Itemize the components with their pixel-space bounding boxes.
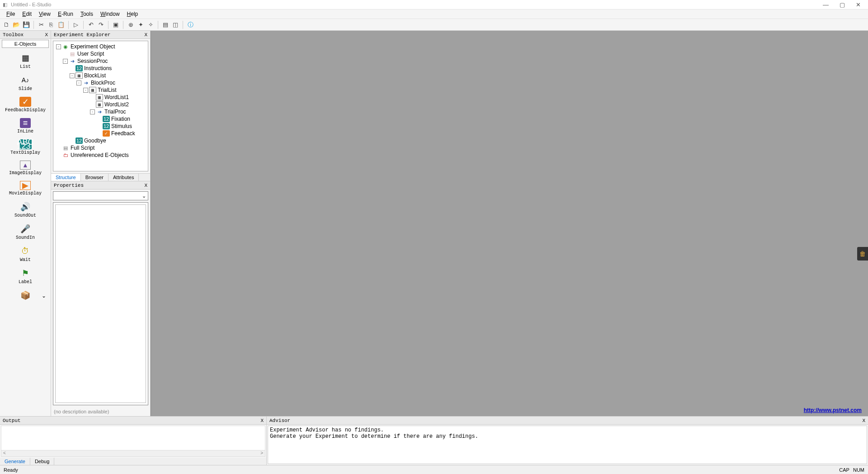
tree-node[interactable]: 12Instructions (54, 65, 147, 72)
paste-icon[interactable]: 📋 (57, 20, 66, 29)
output-body[interactable]: <> (1, 426, 265, 457)
window-title: Untitled - E-Studio (11, 2, 823, 7)
new-icon[interactable]: 🗋 (2, 20, 11, 29)
toolbox-item-moviedisplay[interactable]: ▶MovieDisplay (0, 179, 51, 199)
separator (158, 21, 158, 29)
tree-node[interactable]: ▤User Script (54, 50, 147, 57)
expand-icon[interactable]: - (63, 59, 68, 64)
window-controls: — ▢ ✕ (823, 1, 861, 8)
tree-node-label: TrialProc (104, 109, 126, 115)
menu-view[interactable]: View (35, 10, 54, 18)
properties-selector[interactable]: ⌄ (53, 191, 148, 200)
canvas-area[interactable]: 🗑 http://www.pstnet.com (151, 31, 868, 416)
tree-node[interactable]: ▦WordList2 (54, 101, 147, 108)
menu-edit[interactable]: Edit (19, 10, 35, 18)
toolbox-item-label[interactable]: ⚑Label (0, 266, 51, 288)
separator (183, 21, 183, 29)
toolbox-item-package[interactable]: 📦⌄ (0, 288, 51, 303)
redo-icon[interactable]: ↷ (96, 20, 105, 29)
tree-node-label: Feedback (111, 130, 135, 137)
tab-attributes[interactable]: Attributes (108, 174, 139, 181)
expand-icon[interactable]: - (90, 109, 95, 114)
close-icon[interactable]: X (144, 32, 147, 38)
expand-icon[interactable]: - (56, 44, 61, 49)
tree-node[interactable]: -➔SessionProc (54, 57, 147, 65)
tree-node[interactable]: -◉Experiment Object (54, 43, 147, 50)
explorer-tabs: Structure Browser Attributes (51, 173, 150, 181)
expand-icon[interactable]: - (70, 73, 75, 78)
explorer-title: Experiment Explorer (54, 32, 144, 38)
expand-icon[interactable]: - (76, 81, 81, 85)
pstnet-link[interactable]: http://www.pstnet.com (804, 407, 862, 413)
close-icon[interactable]: X (144, 183, 147, 188)
tree-node[interactable]: 12Fixation (54, 115, 147, 123)
explorer-panel: Experiment Explorer X -◉Experiment Objec… (51, 31, 151, 181)
close-icon[interactable]: X (862, 418, 865, 423)
expand-icon[interactable]: - (83, 88, 88, 93)
run-icon[interactable]: ▷ (71, 20, 80, 29)
chevron-down-icon: ⌄ (142, 193, 146, 199)
menu-help[interactable]: Help (123, 10, 142, 18)
moviedisplay-icon: ▶ (20, 181, 31, 190)
explorer-tree[interactable]: -◉Experiment Object▤User Script-➔Session… (53, 41, 148, 171)
advisor-body[interactable]: Experiment Advisor has no findings. Gene… (268, 426, 867, 464)
generate-icon[interactable]: ▣ (111, 20, 120, 29)
close-icon[interactable]: X (45, 32, 48, 38)
toolbox-item-soundout[interactable]: 🔊SoundOut (0, 199, 51, 222)
toolbox-item-imagedisplay[interactable]: ▲ImageDisplay (0, 159, 51, 179)
separator (108, 21, 108, 29)
tab-debug[interactable]: Debug (30, 458, 54, 465)
tree-node[interactable]: ▤Full Script (54, 144, 147, 152)
cut-icon[interactable]: ✂ (37, 20, 46, 29)
menu-tools[interactable]: Tools (77, 10, 97, 18)
tree-node[interactable]: -▦BlockList (54, 72, 147, 79)
tree-node-label: Fixation (111, 116, 130, 122)
undo-icon[interactable]: ↶ (86, 20, 95, 29)
info-icon[interactable]: ⓘ (186, 20, 195, 29)
wand-icon[interactable]: ✦ (136, 20, 145, 29)
advisor-title: Advisor (269, 418, 862, 423)
output-scrollbar[interactable]: <> (1, 450, 265, 456)
copy-icon[interactable]: ⎘ (47, 20, 56, 29)
tree-node[interactable]: 12Goodbye (54, 137, 147, 144)
maximize-button[interactable]: ▢ (840, 1, 845, 8)
tree-node[interactable]: -▦TrialList (54, 86, 147, 94)
menu-erun[interactable]: E-Run (54, 10, 77, 18)
tree-node[interactable]: ▦WordList1 (54, 94, 147, 101)
layout1-icon[interactable]: ▤ (161, 20, 170, 29)
tree-node[interactable]: -➔TrialProc (54, 108, 147, 115)
open-icon[interactable]: 📂 (12, 20, 21, 29)
toolbar: 🗋 📂 💾 ✂ ⎘ 📋 ▷ ↶ ↷ ▣ ⊕ ✦ ✧ ▤ ◫ ⓘ (0, 19, 868, 31)
toolbox-item-slide[interactable]: A♪Slide (0, 73, 51, 95)
toolbox-item-soundin[interactable]: 🎤SoundIn (0, 222, 51, 244)
tree-node[interactable]: ✓Feedback (54, 130, 147, 137)
properties-grid[interactable] (55, 204, 146, 403)
menu-window[interactable]: Window (97, 10, 123, 18)
tab-structure[interactable]: Structure (51, 174, 81, 181)
toolbox-item-feedbackdisplay[interactable]: ✓FeedbackDisplay (0, 95, 51, 116)
wait-icon: ⏱ (19, 246, 32, 256)
globe-icon[interactable]: ⊕ (126, 20, 135, 29)
toolbox-tab-eobjects[interactable]: E-Objects (2, 40, 49, 48)
close-button[interactable]: ✕ (856, 1, 861, 8)
layout2-icon[interactable]: ◫ (171, 20, 180, 29)
toolbox-item-inline[interactable]: ≡InLine (0, 116, 51, 137)
tab-generate[interactable]: Generate (0, 458, 30, 465)
list-icon: ▦ (19, 52, 32, 63)
wand2-icon[interactable]: ✧ (146, 20, 155, 29)
trash-icon[interactable]: 🗑 (857, 247, 868, 261)
output-title: Output (3, 418, 260, 423)
soundout-icon: 🔊 (19, 201, 32, 212)
close-icon[interactable]: X (260, 418, 264, 423)
save-icon[interactable]: 💾 (22, 20, 31, 29)
menu-file[interactable]: File (3, 10, 19, 18)
toolbox-item-list[interactable]: ▦List (0, 51, 51, 73)
output-panel: Output X <> Generate Debug (0, 417, 267, 465)
toolbox-item-textdisplay[interactable]: ABC123TextDisplay (0, 137, 51, 159)
tab-browser[interactable]: Browser (81, 174, 108, 181)
tree-node[interactable]: 12Stimulus (54, 123, 147, 130)
minimize-button[interactable]: — (823, 1, 829, 8)
tree-node[interactable]: 🗀Unreferenced E-Objects (54, 152, 147, 159)
toolbox-item-wait[interactable]: ⏱Wait (0, 244, 51, 266)
tree-node[interactable]: -➔BlockProc (54, 79, 147, 86)
